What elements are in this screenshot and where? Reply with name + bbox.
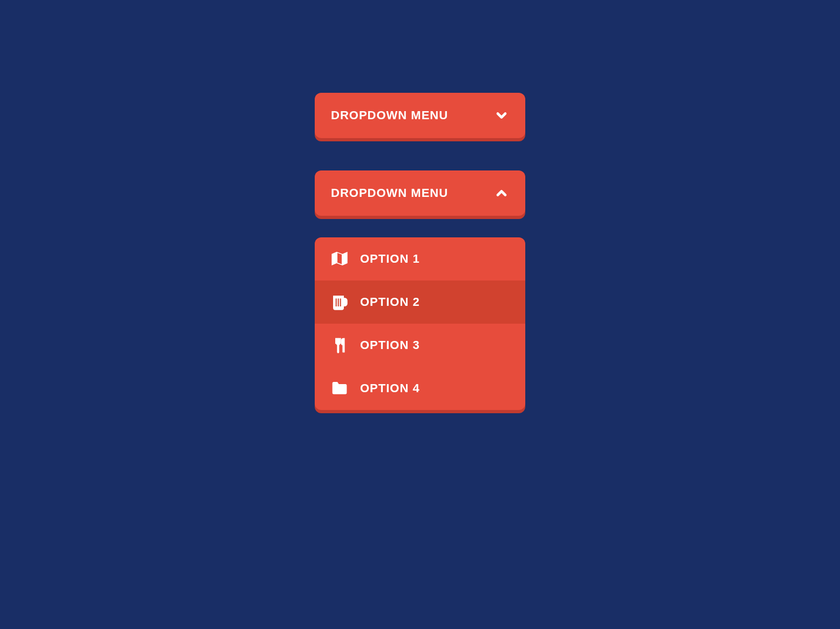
svg-rect-3 (338, 298, 339, 306)
map-icon (331, 250, 348, 268)
option-label: OPTION 1 (360, 252, 420, 266)
dropdown-panel: OPTION 1 OPTION 2 (315, 237, 525, 410)
dropdown-expanded: DROPDOWN MENU OPTION 1 (315, 170, 525, 410)
svg-rect-6 (337, 338, 339, 344)
chevron-down-icon (494, 108, 509, 123)
dropdown-toggle-button[interactable]: DROPDOWN MENU (315, 170, 525, 216)
dropdown-label: DROPDOWN MENU (331, 186, 448, 200)
panel-arrow-icon (353, 237, 370, 238)
chevron-up-icon (494, 186, 509, 201)
svg-rect-5 (335, 338, 337, 344)
dropdown-option-3[interactable]: OPTION 3 (315, 324, 525, 367)
svg-rect-4 (340, 298, 341, 306)
dropdown-option-1[interactable]: OPTION 1 (315, 237, 525, 281)
svg-rect-2 (336, 298, 337, 306)
dropdown-label: DROPDOWN MENU (331, 108, 448, 122)
beer-icon (331, 293, 348, 311)
folder-icon (331, 380, 348, 397)
dropdown-toggle-button[interactable]: DROPDOWN MENU (315, 93, 525, 138)
option-label: OPTION 4 (360, 381, 420, 395)
option-label: OPTION 2 (360, 295, 420, 309)
svg-rect-1 (343, 299, 347, 305)
dropdown-option-2[interactable]: OPTION 2 (315, 281, 525, 324)
dropdown-option-4[interactable]: OPTION 4 (315, 367, 525, 410)
option-label: OPTION 3 (360, 338, 420, 352)
svg-rect-7 (340, 338, 341, 344)
svg-rect-8 (337, 343, 339, 353)
dropdown-collapsed: DROPDOWN MENU (315, 93, 525, 138)
utensils-icon (331, 337, 348, 354)
